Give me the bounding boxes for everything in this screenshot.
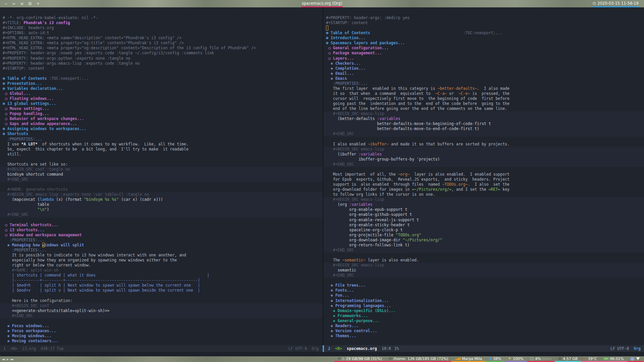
editor-line: ✱ Moving containers... (3, 339, 323, 344)
play-button[interactable]: ▸ (7, 358, 9, 361)
editor-line (326, 25, 644, 31)
tray-module-cpu[interactable]: ▢4% ········ (527, 356, 555, 362)
tray-module-label: /home: 126 GB/185 GB (72%) (393, 357, 448, 361)
echo-area (0, 352, 644, 356)
editor-line: #+END_SRC (0, 313, 323, 318)
editor-line: (better-defaults :variables (323, 116, 644, 121)
editor-line: org-download-image-dir "~/Pictures/org/" (323, 238, 644, 243)
editor-line: ✸ Frameworks... (326, 313, 644, 318)
editor-line: ✸ Domain-specific (DSLs)... (326, 308, 644, 313)
editor-line: ○ Popup handling... (3, 111, 323, 116)
eol-encoding: LF UTF-8 (288, 345, 307, 352)
desktop: { "topbar": { "workspace_icons": ["−", "… (0, 0, 644, 362)
editor-line: bindsym shortcut command (0, 172, 323, 177)
window-number: 2 (328, 345, 330, 352)
editor-line: ⊛ Table of Contents :TOC:noexport:... (3, 76, 323, 81)
editor-line: ibuffer-group-buffers-by 'projects) (323, 157, 644, 162)
editor-line: #+HTML_HEAD_EXTRA: <meta property="og:de… (3, 46, 323, 51)
editor-line: ✱ Fonts... (326, 288, 644, 293)
tray-module-brightness[interactable]: ☀100% (504, 356, 527, 362)
editor-line: #+PROPERTY: header-args:emacs-lisp :expo… (3, 61, 323, 66)
text-cursor: w (42, 243, 45, 247)
tray-module-volume[interactable]: ◀38% (485, 356, 504, 362)
buffer-name: spacemacs.org (347, 345, 377, 352)
editor-line: ⊛ Table of Contents :TOC:noexport:... (326, 31, 644, 36)
tray-module-label: 39°C (588, 357, 597, 361)
editor-line: #+STARTUP: content (3, 66, 323, 71)
tray-module-network[interactable] (627, 356, 643, 362)
tray-module-label: Marpa Mila (462, 357, 482, 361)
editor-line: org-return-follows-link t) (323, 243, 644, 248)
editor-line: The first layer enabled in this category… (326, 86, 644, 91)
editor-line: ✸ General-purpose... (326, 318, 644, 323)
editor-line (3, 71, 323, 76)
editor-line: ✱ Fun... (326, 293, 644, 298)
editor-line: ⊛ Spacemacs layers and packages... (326, 41, 644, 46)
editor-line: ○ General configuration... (326, 46, 644, 51)
editor-line: (ibuffer :variables (323, 152, 644, 157)
cursor-position: 438:17 (41, 345, 55, 352)
editor-line: #+END_SRC (323, 273, 644, 278)
tray-modules: ⊙/: 29 GB/98 GB (31%)⊙/home: 126 GB/185 … (334, 356, 643, 362)
editor-line: <<generate-shortcuts(table=split-win-sh)… (0, 308, 323, 313)
editor-line: ○ Package management... (326, 51, 644, 56)
tray-module-battery[interactable]: 96.01% (600, 356, 627, 362)
editor-line: right or below the current window. (3, 263, 323, 268)
editor-line: ✱ Checkers... (326, 61, 644, 66)
editor-line: semantic (323, 268, 644, 273)
next-button[interactable]: ▸▸ (11, 358, 14, 361)
editor-line: #+END_SRC (323, 162, 644, 167)
editor-line: #+END_SRC (323, 248, 644, 253)
tray-module-ram[interactable]: ⊙4.57 GB (555, 356, 581, 362)
editor-line: | $mod+h | split h | Next window to spaw… (3, 283, 323, 288)
editor-line (326, 278, 644, 283)
editor-line: still. (3, 152, 323, 157)
editor-line: I use *A LOT* of shortcuts when it comes… (3, 142, 323, 147)
window-number: 1 (3, 345, 6, 352)
music-icon: ▂▄▆ (455, 357, 460, 360)
tray-module-label: 38% (493, 357, 501, 361)
buffer-window-spacemacs-org[interactable]: #+PROPERTY: header-args: :mkdirp yes#+ST… (323, 7, 644, 345)
chat-icon (631, 357, 634, 360)
editor-line (326, 137, 644, 142)
editor-line: ○ Window and workspace management (3, 233, 323, 238)
editor-line: ○ Behavior of workspace changes... (3, 116, 323, 121)
editor-line: #+BEGIN_SRC emacs-lisp :exports none :va… (0, 192, 323, 197)
editor-line: ✱ Focus windows... (3, 323, 323, 328)
editor-line: ○ Global... (3, 91, 323, 96)
editor-line: table (0, 202, 323, 207)
editor-line: #+HTML_HEAD_EXTRA: <meta property="og:ti… (3, 41, 323, 46)
editor-line: #+NAME: generate-shortcuts (3, 187, 323, 192)
tray-module-disk[interactable]: ⊙/home: 126 GB/185 GB (72%) (385, 356, 452, 362)
editor-line: #+OPTIONS: auto-id:t (3, 31, 323, 36)
editor-line: ✱ Completion... (326, 66, 644, 71)
editor-line: ✱ Focus workspaces... (3, 328, 323, 334)
editor-line: #+END_SRC (0, 212, 323, 217)
editor-line: It is possible to indicate to i3 how win… (3, 253, 323, 258)
previous-button[interactable]: ◂◂ (2, 358, 5, 361)
editor-line (326, 253, 644, 258)
wifi-icon (636, 357, 640, 360)
buffer-window-i3-org[interactable]: # -*- org-confirm-babel-evaluate: nil -*… (0, 7, 323, 345)
modelines: 1 <N> i3.org 438:17 Top LF UTF-8 Org 2 <… (0, 345, 644, 352)
clock-module: ◷ 2020-03-15 11-56-19 (593, 0, 639, 7)
editor-line: Most important of all, the ~org~ layer i… (326, 172, 644, 177)
editor-line: #+STARTUP: content (326, 20, 644, 25)
editor-line: ⊛ Assigning windows to workspaces... (3, 126, 323, 131)
editor-line: #+END_SRC (0, 177, 323, 182)
eol-encoding: LF UTF-8 (610, 345, 629, 352)
editor-line: to follow org links if the cursor is on … (326, 192, 644, 197)
tray-module-temperature[interactable]: ▮39°C (581, 356, 600, 362)
editor-line: ⊛ Variables declaration... (3, 86, 323, 91)
media-controls: ◂◂▸▸▸ (2, 358, 14, 361)
editor-line: ⊛ Presentation... (3, 81, 323, 86)
tray-module-label: 100% (513, 357, 523, 361)
editor-line: #+BEGIN_SRC emacs-lisp (323, 147, 644, 152)
tray-module-disk[interactable]: ⊙/: 29 GB/98 GB (31%) (334, 356, 385, 362)
editor-line: #+BEGIN_SRC conf :tangle no (0, 167, 323, 172)
editor-line: ✱ Emacs (326, 76, 644, 81)
editor-line: end of the line before going over the en… (326, 106, 644, 111)
editor-line: ✱ Readers... (326, 323, 644, 328)
editor-line: ✱ Email... (326, 71, 644, 76)
tray-module-music[interactable]: ▂▄▆Marpa Mila (451, 356, 485, 362)
